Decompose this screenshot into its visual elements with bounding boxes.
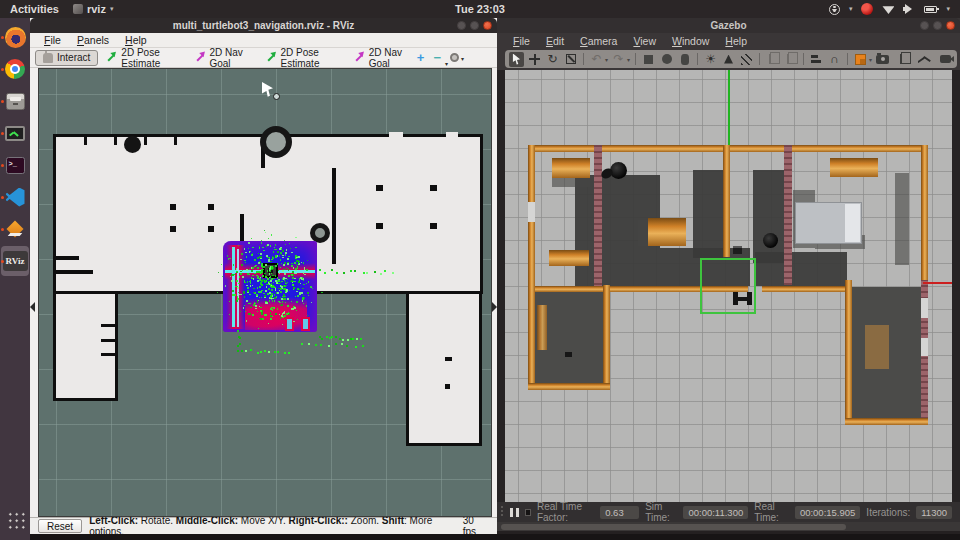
- nav-goal-tool-button[interactable]: 2D Nav Goal: [187, 50, 258, 66]
- sidebar-item-terminal[interactable]: >_: [1, 150, 29, 180]
- gazebo-3d-view[interactable]: [505, 70, 952, 502]
- laser-dot: [308, 343, 310, 345]
- plot-button[interactable]: [917, 52, 932, 67]
- menu-file[interactable]: File: [507, 35, 536, 47]
- iterations-value: 11300: [916, 506, 952, 519]
- sidebar-item-system-monitor[interactable]: [1, 118, 29, 148]
- battery-icon[interactable]: [924, 6, 937, 13]
- gz-wall: [528, 145, 535, 390]
- pause-button[interactable]: [509, 506, 519, 518]
- close-button[interactable]: [483, 21, 492, 30]
- screenshot-button[interactable]: [875, 52, 890, 67]
- undo-button[interactable]: ↶: [589, 52, 604, 67]
- chevron-down-icon[interactable]: ▾: [627, 56, 630, 63]
- chevron-down-icon[interactable]: ▾: [605, 56, 608, 63]
- menu-camera[interactable]: Camera: [574, 35, 623, 47]
- scrollbar-thumb[interactable]: [501, 524, 846, 530]
- insert-cylinder-button[interactable]: [677, 52, 692, 67]
- green-arrow-icon: [108, 54, 115, 61]
- accessibility-icon[interactable]: [829, 4, 840, 15]
- menu-window[interactable]: Window: [666, 35, 715, 47]
- sidebar-item-chrome[interactable]: [1, 54, 29, 84]
- sidebar-item-firefox[interactable]: [1, 22, 29, 52]
- redo-icon: ↷: [613, 52, 623, 66]
- activities-button[interactable]: Activities: [10, 3, 59, 15]
- menu-help[interactable]: Help: [719, 35, 753, 47]
- copy-button[interactable]: [765, 52, 780, 67]
- recording-indicator-icon[interactable]: [861, 3, 873, 15]
- menu-help[interactable]: Help: [119, 34, 153, 46]
- chevron-down-icon[interactable]: ▾: [869, 56, 872, 63]
- video-record-button[interactable]: [938, 52, 953, 67]
- menu-file[interactable]: File: [38, 34, 67, 46]
- gz-wall: [845, 280, 852, 425]
- sidebar-item-files[interactable]: [1, 86, 29, 116]
- app-indicator[interactable]: rviz ▾: [73, 3, 113, 15]
- clock[interactable]: Tue 23:03: [455, 3, 505, 15]
- sidebar-item-rviz[interactable]: RViz: [1, 246, 29, 276]
- collapse-right-panel-button[interactable]: [492, 302, 497, 312]
- remove-tool-button[interactable]: −▾: [433, 50, 441, 65]
- translate-tool-button[interactable]: [527, 52, 542, 67]
- menu-panels[interactable]: Panels: [71, 34, 115, 46]
- insert-sphere-button[interactable]: [659, 52, 674, 67]
- gz-small-prop: [733, 246, 742, 254]
- scale-tool-button[interactable]: [563, 52, 578, 67]
- paste-button[interactable]: [783, 52, 798, 67]
- minimize-button[interactable]: [457, 21, 466, 30]
- splitter-grip[interactable]: [501, 506, 503, 518]
- gazebo-menubar: File Edit Camera View Window Help: [497, 33, 960, 48]
- horizontal-scrollbar[interactable]: [497, 522, 960, 531]
- rotate-tool-button[interactable]: ↻: [545, 52, 560, 67]
- magenta-arrow-icon: [196, 54, 203, 61]
- wifi-icon[interactable]: [882, 4, 894, 14]
- laser-dot: [335, 336, 337, 338]
- real-time-value: 00:00:15.905: [795, 506, 860, 519]
- iterations-label: Iterations:: [866, 507, 910, 518]
- rviz-titlebar[interactable]: multi_turtlebot3_navigation.rviz - RViz: [30, 18, 497, 33]
- costmap-obstacle: [301, 317, 310, 331]
- reset-button[interactable]: Reset: [38, 519, 82, 533]
- log-record-button[interactable]: [896, 52, 911, 67]
- directional-light-button[interactable]: [739, 52, 754, 67]
- step-button[interactable]: [525, 509, 531, 516]
- copy-icon: [769, 54, 777, 64]
- sidebar-item-gazebo[interactable]: [1, 214, 29, 244]
- gz-cabinet: [830, 158, 878, 177]
- redo-button[interactable]: ↷: [611, 52, 626, 67]
- interact-tool-button[interactable]: Interact: [35, 50, 98, 66]
- volume-icon[interactable]: [903, 4, 915, 14]
- laser-dot: [331, 336, 333, 338]
- insert-box-button[interactable]: [641, 52, 656, 67]
- minimize-button[interactable]: [920, 21, 929, 30]
- dock: >_ RViz: [0, 18, 30, 540]
- focus-camera-button[interactable]: ▾: [450, 53, 459, 62]
- maximize-button[interactable]: [933, 21, 942, 30]
- select-tool-button[interactable]: [509, 52, 524, 67]
- rtf-label: Real Time Factor:: [537, 501, 594, 523]
- selection-box: [700, 258, 756, 314]
- gazebo-left-panel-splitter[interactable]: [497, 70, 505, 502]
- collapse-left-panel-button[interactable]: [30, 302, 35, 312]
- point-light-button[interactable]: ☀: [703, 52, 718, 67]
- view-angle-button[interactable]: [853, 52, 868, 67]
- nav-goal-tool-button-2[interactable]: 2D Nav Goal: [346, 50, 417, 66]
- menu-edit[interactable]: Edit: [540, 35, 570, 47]
- chevron-down-icon: ▾: [461, 55, 464, 62]
- sidebar-item-vscode[interactable]: [1, 182, 29, 212]
- desktop: Activities rviz ▾ Tue 23:03 ▾ ▾ >_ RViz: [0, 0, 960, 540]
- close-button[interactable]: [946, 21, 955, 30]
- menu-view[interactable]: View: [627, 35, 662, 47]
- gazebo-titlebar[interactable]: Gazebo: [497, 18, 960, 33]
- show-applications-button[interactable]: [1, 504, 29, 534]
- snap-tool-button[interactable]: ∩: [827, 52, 842, 67]
- rviz-3d-view[interactable]: [38, 68, 492, 517]
- tool-label: 2D Nav Goal: [209, 47, 250, 69]
- maximize-button[interactable]: [470, 21, 479, 30]
- spot-light-button[interactable]: [721, 52, 736, 67]
- add-tool-button[interactable]: +: [417, 50, 425, 65]
- pose-estimate-tool-button-2[interactable]: 2D Pose Estimate: [258, 50, 346, 66]
- laser-dot: [264, 350, 266, 352]
- align-tool-button[interactable]: [809, 52, 824, 67]
- pose-estimate-tool-button[interactable]: 2D Pose Estimate: [98, 50, 186, 66]
